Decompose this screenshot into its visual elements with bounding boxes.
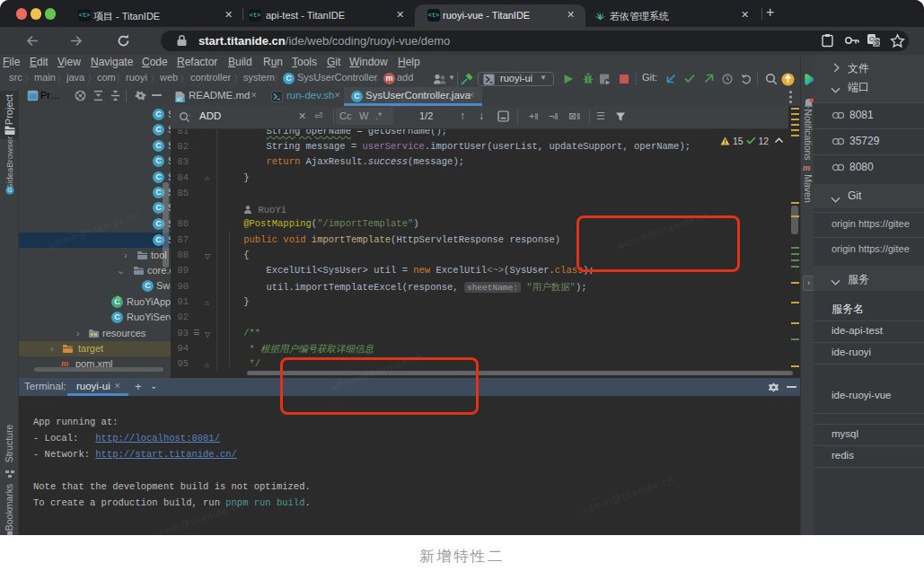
svg-text:G: G	[7, 187, 12, 193]
svg-text:文: 文	[875, 39, 882, 47]
svg-text:MD: MD	[176, 98, 183, 102]
